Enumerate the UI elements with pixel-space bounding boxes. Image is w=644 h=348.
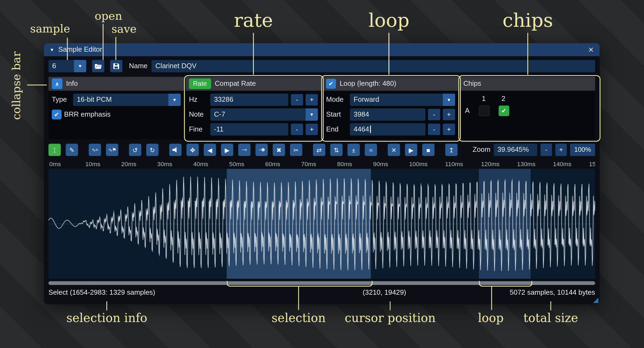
plus-minus-icon: ± bbox=[352, 147, 355, 153]
annotation-line bbox=[390, 301, 391, 310]
check-icon: ✔ bbox=[54, 111, 59, 118]
type-dropdown-button[interactable]: ▼ bbox=[168, 94, 181, 106]
annotation-line bbox=[67, 38, 68, 60]
zoom-out-button[interactable]: - bbox=[541, 144, 552, 156]
reverse-button[interactable]: ⇄ bbox=[313, 144, 325, 156]
trim-scissors-icon: ✂ bbox=[293, 147, 299, 153]
create-wavetable-button[interactable]: ↥ bbox=[445, 144, 458, 156]
invert-button[interactable]: ⇅ bbox=[330, 144, 343, 156]
stop-button[interactable]: ■ bbox=[422, 144, 435, 156]
upload-icon: ↥ bbox=[449, 147, 454, 153]
annotation-line bbox=[527, 33, 528, 75]
preview-button[interactable]: ▶ bbox=[405, 144, 417, 156]
redo-icon: ↻ bbox=[150, 147, 155, 153]
insert-silence-button[interactable]: −+ bbox=[238, 144, 251, 156]
sample-index-value[interactable]: 6 bbox=[48, 60, 74, 73]
window-title: Sample Editor bbox=[58, 45, 102, 54]
ruler-label: 150 bbox=[589, 160, 595, 168]
normalize-button[interactable]: ✥ bbox=[187, 144, 199, 156]
amplify-button[interactable] bbox=[169, 144, 182, 156]
status-bar: Select (1654-2983: 1329 samples) (3210, … bbox=[48, 288, 595, 298]
waveform-display[interactable] bbox=[48, 169, 595, 279]
screenshot-stage: sample open save rate loop chips collaps… bbox=[0, 0, 644, 348]
resize-grip[interactable] bbox=[593, 298, 599, 303]
zoom-input[interactable]: 39.9645% bbox=[494, 144, 537, 156]
brr-emphasis-checkbox[interactable]: ✔ bbox=[52, 110, 61, 119]
annotation-chips: chips bbox=[502, 9, 553, 31]
speaker-icon bbox=[172, 147, 178, 153]
ruler-label: 10ms bbox=[85, 160, 100, 168]
annotation-loop-region: loop bbox=[478, 311, 504, 325]
floppy-disk-icon bbox=[113, 63, 119, 69]
ruler-label: 20ms bbox=[121, 160, 136, 168]
chevron-down-icon: ▼ bbox=[172, 97, 177, 102]
annotation-selection: selection bbox=[272, 311, 326, 325]
annotation-line bbox=[491, 287, 492, 310]
annotation-selection-info: selection info bbox=[66, 311, 147, 325]
selection-bracket-annotation bbox=[227, 281, 373, 287]
fade-in-button[interactable]: ◀ bbox=[204, 144, 216, 156]
resample-wave-icon: ∿⚑ bbox=[108, 147, 116, 152]
sample-dropdown-button[interactable]: ▼ bbox=[74, 60, 86, 73]
annotation-collapse-bar: collapse bar bbox=[10, 48, 22, 123]
filter-button[interactable]: ≈ bbox=[365, 144, 377, 156]
invert-arrows-icon: ⇅ bbox=[334, 147, 339, 153]
window-collapse-icon[interactable]: ▼ bbox=[50, 47, 54, 52]
apply-silence-button[interactable]: −✱ bbox=[256, 144, 268, 156]
chevron-up-icon: ∧ bbox=[55, 81, 59, 87]
undo-button[interactable]: ↺ bbox=[129, 144, 141, 156]
ruler-label: 110ms bbox=[445, 160, 463, 168]
draw-mode-button[interactable]: ✎ bbox=[66, 144, 78, 156]
undo-icon: ↺ bbox=[133, 147, 138, 153]
ruler-label: 100ms bbox=[409, 160, 427, 168]
open-button[interactable] bbox=[92, 60, 104, 73]
delete-button[interactable]: ✖ bbox=[273, 144, 285, 156]
annotation-line bbox=[103, 24, 103, 60]
sign-invert-button[interactable]: ± bbox=[348, 144, 360, 156]
resize-button[interactable]: ∿+ bbox=[89, 144, 101, 156]
annotation-total-size: total size bbox=[524, 311, 578, 325]
shuffle-cross-icon: ✕ bbox=[391, 147, 396, 153]
save-button[interactable] bbox=[110, 60, 123, 73]
rate-panel-outline-annotation bbox=[184, 75, 324, 142]
annotation-line bbox=[253, 33, 254, 75]
crossfade-loop-button[interactable]: ✕ bbox=[388, 144, 400, 156]
resize-wave-icon: ∿+ bbox=[92, 147, 98, 152]
type-dropdown[interactable]: 16-bit PCM ▼ bbox=[73, 94, 181, 106]
chips-panel-outline-annotation bbox=[458, 75, 600, 142]
window-titlebar[interactable]: ▼ Sample Editor ✕ bbox=[44, 43, 600, 56]
collapse-panel-button[interactable]: ∧ bbox=[52, 78, 62, 89]
sample-toolbar: ⌶✎∿+∿⚑↺↻✥◀▶−+−✱✖✂⇄⇅±≈✕▶■↥ Zoom 39.9645% … bbox=[48, 143, 595, 157]
resample-button[interactable]: ∿⚑ bbox=[106, 144, 118, 156]
ruler-label: 40ms bbox=[193, 160, 208, 168]
trim-button[interactable]: ✂ bbox=[290, 144, 302, 156]
pencil-icon: ✎ bbox=[69, 147, 74, 153]
zoom-reset-button[interactable]: 100% bbox=[570, 144, 595, 156]
filter-curve-icon: ≈ bbox=[369, 147, 372, 153]
delete-x-icon: ✖ bbox=[276, 147, 282, 153]
annotation-line bbox=[388, 33, 389, 75]
chevron-down-icon: ▼ bbox=[78, 64, 83, 68]
type-value[interactable]: 16-bit PCM bbox=[73, 94, 168, 106]
name-input[interactable]: Clarinet DQV bbox=[152, 60, 595, 73]
ruler-label: 60ms bbox=[265, 160, 280, 168]
waveform-canvas bbox=[48, 169, 595, 279]
annotation-line bbox=[106, 301, 107, 310]
ruler-label: 0ms bbox=[49, 160, 61, 168]
sample-selector[interactable]: 6 ▼ bbox=[48, 60, 86, 73]
ruler-label: 90ms bbox=[373, 160, 388, 168]
selection-info-text: Select (1654-2983: 1329 samples) bbox=[48, 289, 155, 297]
cursor-position-text: (3210, 19429) bbox=[363, 289, 406, 297]
redo-button[interactable]: ↻ bbox=[146, 144, 159, 156]
ibeam-cursor-icon: ⌶ bbox=[53, 147, 57, 153]
zoom-in-button[interactable]: + bbox=[555, 144, 567, 156]
annotation-sample: sample bbox=[30, 22, 70, 35]
total-size-text: 5072 samples, 10144 bytes bbox=[510, 289, 595, 297]
close-icon[interactable]: ✕ bbox=[588, 45, 594, 54]
ruler-label: 30ms bbox=[157, 160, 172, 168]
header-row: 6 ▼ Name Clarinet DQV bbox=[48, 60, 595, 73]
fade-out-button[interactable]: ▶ bbox=[221, 144, 233, 156]
apply-silence-icon: −✱ bbox=[259, 147, 265, 152]
select-mode-button[interactable]: ⌶ bbox=[48, 144, 61, 156]
info-panel-title: Info bbox=[66, 80, 78, 88]
